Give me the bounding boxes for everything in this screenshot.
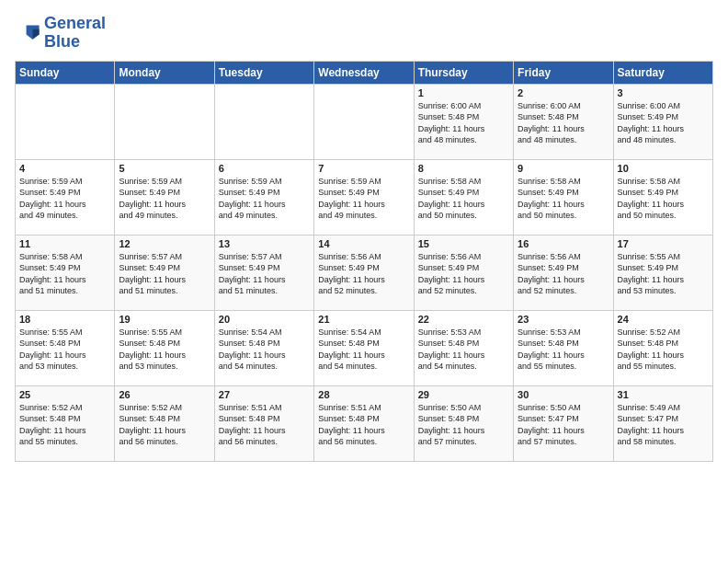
day-info: Sunrise: 6:00 AM Sunset: 5:49 PM Dayligh…	[618, 100, 709, 146]
day-info: Sunrise: 5:55 AM Sunset: 5:48 PM Dayligh…	[119, 327, 210, 373]
weekday-header-row: SundayMondayTuesdayWednesdayThursdayFrid…	[16, 61, 713, 84]
weekday-thursday: Thursday	[414, 61, 513, 84]
day-cell	[16, 84, 115, 159]
day-info: Sunrise: 5:49 AM Sunset: 5:47 PM Dayligh…	[618, 402, 709, 448]
day-number: 22	[418, 314, 509, 325]
header: General Blue	[15, 15, 713, 52]
day-cell: 16Sunrise: 5:56 AM Sunset: 5:49 PM Dayli…	[514, 235, 613, 310]
logo: General Blue	[15, 15, 106, 52]
weekday-monday: Monday	[115, 61, 214, 84]
day-number: 15	[418, 238, 509, 249]
weekday-friday: Friday	[514, 61, 613, 84]
day-cell: 8Sunrise: 5:58 AM Sunset: 5:49 PM Daylig…	[414, 159, 513, 235]
logo-line1: General	[44, 15, 106, 33]
day-number: 24	[618, 314, 709, 325]
day-cell: 31Sunrise: 5:49 AM Sunset: 5:47 PM Dayli…	[613, 385, 712, 461]
day-info: Sunrise: 6:00 AM Sunset: 5:48 PM Dayligh…	[418, 100, 509, 146]
day-number: 28	[318, 389, 409, 400]
day-number: 23	[518, 314, 609, 325]
week-row-1: 4Sunrise: 5:59 AM Sunset: 5:49 PM Daylig…	[16, 159, 713, 235]
day-cell: 23Sunrise: 5:53 AM Sunset: 5:48 PM Dayli…	[514, 310, 613, 385]
day-info: Sunrise: 5:58 AM Sunset: 5:49 PM Dayligh…	[618, 176, 709, 222]
day-cell: 10Sunrise: 5:58 AM Sunset: 5:49 PM Dayli…	[613, 159, 712, 235]
day-cell	[115, 84, 214, 159]
day-info: Sunrise: 5:54 AM Sunset: 5:48 PM Dayligh…	[219, 327, 310, 373]
day-info: Sunrise: 5:58 AM Sunset: 5:49 PM Dayligh…	[19, 251, 110, 297]
day-cell: 13Sunrise: 5:57 AM Sunset: 5:49 PM Dayli…	[214, 235, 313, 310]
day-cell: 14Sunrise: 5:56 AM Sunset: 5:49 PM Dayli…	[314, 235, 414, 310]
week-row-0: 1Sunrise: 6:00 AM Sunset: 5:48 PM Daylig…	[16, 84, 713, 159]
day-number: 30	[518, 389, 609, 400]
day-info: Sunrise: 5:53 AM Sunset: 5:48 PM Dayligh…	[518, 327, 609, 373]
day-info: Sunrise: 6:00 AM Sunset: 5:48 PM Dayligh…	[518, 100, 609, 146]
day-cell: 15Sunrise: 5:56 AM Sunset: 5:49 PM Dayli…	[414, 235, 513, 310]
day-cell: 22Sunrise: 5:53 AM Sunset: 5:48 PM Dayli…	[414, 310, 513, 385]
logo-icon	[15, 20, 40, 46]
day-number: 3	[618, 87, 709, 98]
day-info: Sunrise: 5:58 AM Sunset: 5:49 PM Dayligh…	[418, 176, 509, 222]
weekday-saturday: Saturday	[613, 61, 712, 84]
day-info: Sunrise: 5:59 AM Sunset: 5:49 PM Dayligh…	[119, 176, 210, 222]
day-cell: 26Sunrise: 5:52 AM Sunset: 5:48 PM Dayli…	[115, 385, 214, 461]
day-number: 10	[618, 163, 709, 174]
day-number: 20	[219, 314, 310, 325]
day-cell: 21Sunrise: 5:54 AM Sunset: 5:48 PM Dayli…	[314, 310, 414, 385]
day-cell: 12Sunrise: 5:57 AM Sunset: 5:49 PM Dayli…	[115, 235, 214, 310]
day-number: 5	[119, 163, 210, 174]
week-row-3: 18Sunrise: 5:55 AM Sunset: 5:48 PM Dayli…	[16, 310, 713, 385]
day-cell: 3Sunrise: 6:00 AM Sunset: 5:49 PM Daylig…	[613, 84, 712, 159]
day-cell: 9Sunrise: 5:58 AM Sunset: 5:49 PM Daylig…	[514, 159, 613, 235]
day-number: 14	[318, 238, 409, 249]
day-number: 25	[19, 389, 110, 400]
day-info: Sunrise: 5:52 AM Sunset: 5:48 PM Dayligh…	[19, 402, 110, 448]
day-number: 29	[418, 389, 509, 400]
day-number: 13	[219, 238, 310, 249]
logo-line2: Blue	[44, 33, 106, 52]
day-cell: 28Sunrise: 5:51 AM Sunset: 5:48 PM Dayli…	[314, 385, 414, 461]
day-cell: 20Sunrise: 5:54 AM Sunset: 5:48 PM Dayli…	[214, 310, 313, 385]
day-info: Sunrise: 5:56 AM Sunset: 5:49 PM Dayligh…	[418, 251, 509, 297]
day-info: Sunrise: 5:59 AM Sunset: 5:49 PM Dayligh…	[219, 176, 310, 222]
day-cell: 18Sunrise: 5:55 AM Sunset: 5:48 PM Dayli…	[16, 310, 115, 385]
day-cell: 29Sunrise: 5:50 AM Sunset: 5:48 PM Dayli…	[414, 385, 513, 461]
day-info: Sunrise: 5:52 AM Sunset: 5:48 PM Dayligh…	[618, 327, 709, 373]
calendar-table: SundayMondayTuesdayWednesdayThursdayFrid…	[15, 61, 713, 462]
day-info: Sunrise: 5:51 AM Sunset: 5:48 PM Dayligh…	[219, 402, 310, 448]
day-info: Sunrise: 5:59 AM Sunset: 5:49 PM Dayligh…	[19, 176, 110, 222]
week-row-4: 25Sunrise: 5:52 AM Sunset: 5:48 PM Dayli…	[16, 385, 713, 461]
day-number: 26	[119, 389, 210, 400]
day-number: 17	[618, 238, 709, 249]
day-cell	[214, 84, 313, 159]
day-number: 19	[119, 314, 210, 325]
day-number: 9	[518, 163, 609, 174]
day-info: Sunrise: 5:50 AM Sunset: 5:47 PM Dayligh…	[518, 402, 609, 448]
weekday-sunday: Sunday	[16, 61, 115, 84]
day-number: 12	[119, 238, 210, 249]
day-number: 31	[618, 389, 709, 400]
day-cell: 27Sunrise: 5:51 AM Sunset: 5:48 PM Dayli…	[214, 385, 313, 461]
day-cell: 30Sunrise: 5:50 AM Sunset: 5:47 PM Dayli…	[514, 385, 613, 461]
day-info: Sunrise: 5:55 AM Sunset: 5:49 PM Dayligh…	[618, 251, 709, 297]
day-info: Sunrise: 5:59 AM Sunset: 5:49 PM Dayligh…	[318, 176, 409, 222]
day-number: 1	[418, 87, 509, 98]
day-cell: 25Sunrise: 5:52 AM Sunset: 5:48 PM Dayli…	[16, 385, 115, 461]
day-cell: 2Sunrise: 6:00 AM Sunset: 5:48 PM Daylig…	[514, 84, 613, 159]
day-info: Sunrise: 5:56 AM Sunset: 5:49 PM Dayligh…	[518, 251, 609, 297]
day-info: Sunrise: 5:51 AM Sunset: 5:48 PM Dayligh…	[318, 402, 409, 448]
day-info: Sunrise: 5:50 AM Sunset: 5:48 PM Dayligh…	[418, 402, 509, 448]
day-info: Sunrise: 5:54 AM Sunset: 5:48 PM Dayligh…	[318, 327, 409, 373]
day-info: Sunrise: 5:55 AM Sunset: 5:48 PM Dayligh…	[19, 327, 110, 373]
day-cell: 4Sunrise: 5:59 AM Sunset: 5:49 PM Daylig…	[16, 159, 115, 235]
day-number: 21	[318, 314, 409, 325]
week-row-2: 11Sunrise: 5:58 AM Sunset: 5:49 PM Dayli…	[16, 235, 713, 310]
day-cell: 1Sunrise: 6:00 AM Sunset: 5:48 PM Daylig…	[414, 84, 513, 159]
day-cell: 7Sunrise: 5:59 AM Sunset: 5:49 PM Daylig…	[314, 159, 414, 235]
day-number: 27	[219, 389, 310, 400]
day-number: 8	[418, 163, 509, 174]
day-cell: 19Sunrise: 5:55 AM Sunset: 5:48 PM Dayli…	[115, 310, 214, 385]
weekday-tuesday: Tuesday	[214, 61, 313, 84]
day-number: 11	[19, 238, 110, 249]
day-number: 18	[19, 314, 110, 325]
day-info: Sunrise: 5:58 AM Sunset: 5:49 PM Dayligh…	[518, 176, 609, 222]
day-number: 4	[19, 163, 110, 174]
